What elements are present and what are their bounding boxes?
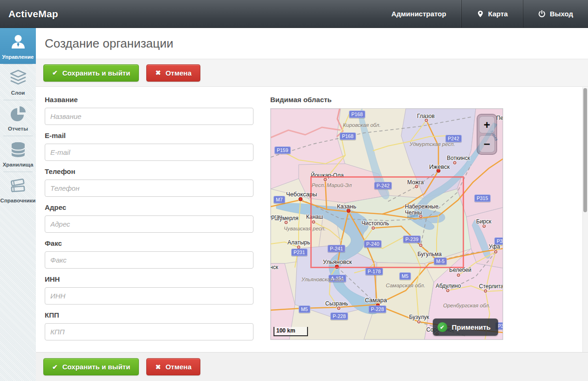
map-city-label: Бирск	[476, 219, 492, 225]
map-road-label: М5	[299, 305, 310, 313]
cancel-button[interactable]: ✖ Отмена	[146, 64, 200, 82]
pie-chart-icon	[9, 104, 27, 123]
check-icon: ✔	[52, 69, 58, 76]
map-city-dot	[484, 290, 487, 293]
cancel-label: Отмена	[165, 69, 191, 77]
email-field[interactable]	[45, 144, 253, 161]
content-scrollbar-thumb[interactable]	[583, 88, 587, 212]
map-selection-rectangle[interactable]	[310, 176, 464, 268]
sidebar-item-reports[interactable]: Отчеты	[0, 100, 36, 136]
title-bar: Создание организации	[36, 28, 588, 59]
visible-area-section: Видимая область	[270, 96, 503, 340]
inn-field-label: ИНН	[45, 275, 253, 283]
map-road-label: P168	[340, 132, 356, 140]
zoom-in-button[interactable]: +	[479, 116, 495, 133]
map-pin-icon	[477, 10, 484, 18]
header-logout[interactable]: Выход	[523, 0, 588, 28]
map-city-dot	[483, 225, 486, 228]
map-scale-bar: 100 km	[273, 327, 308, 336]
header-map-link[interactable]: Карта	[461, 0, 523, 28]
map-city-label: Сызрань	[325, 301, 348, 307]
name-field-label: Название	[45, 96, 253, 104]
address-field-label: Адрес	[45, 203, 253, 211]
main-panel: Создание организации ✔ Сохранить и выйти…	[36, 28, 588, 381]
zoom-out-button[interactable]: −	[479, 135, 495, 152]
cancel-button-bottom[interactable]: ✖ Отмена	[146, 358, 200, 375]
map-city-label: Пе	[496, 115, 503, 121]
check-icon: ✔	[52, 363, 58, 371]
map-road-label: P168	[349, 111, 365, 118]
sidebar-item-storages[interactable]: Хранилища	[0, 136, 36, 172]
sidebar-item-directories[interactable]: Справочники	[0, 172, 36, 208]
map-region-label: Оренбургская обл.	[443, 303, 490, 308]
close-icon: ✖	[155, 69, 161, 76]
map-city-label: Стерлита	[479, 284, 503, 290]
map-road-label: P-178	[365, 268, 383, 275]
map-road-label: P-228	[330, 312, 348, 320]
header-logout-label: Выход	[550, 10, 573, 18]
sidebar-nav: Управление Слои Отчеты Хранилища	[0, 28, 36, 381]
sidebar-item-label: Отчеты	[8, 126, 28, 132]
map-road-label: М5	[399, 272, 411, 280]
sidebar-item-label: Слои	[11, 90, 25, 96]
map-region-label: Самарская обл.	[386, 283, 425, 288]
header-menu: Администратор Карта Выход	[376, 0, 588, 28]
address-field[interactable]	[45, 215, 253, 233]
map-city-label: Алатырь	[287, 240, 310, 246]
close-icon: ✖	[155, 363, 161, 371]
check-circle-icon: ✔	[438, 322, 447, 332]
map-zoom-control: + −	[477, 114, 497, 155]
database-icon	[9, 140, 27, 159]
top-header: ActiveMap Администратор Карта Выход	[0, 0, 588, 28]
page-title: Создание организации	[45, 36, 173, 51]
header-user[interactable]: Администратор	[376, 0, 461, 28]
map-road-label: P159	[274, 146, 291, 154]
map-road-label: P-228	[369, 305, 386, 313]
books-icon	[9, 176, 27, 195]
inn-field[interactable]	[45, 287, 253, 305]
sidebar-item-layers[interactable]: Слои	[0, 64, 36, 100]
map-canvas[interactable]: ГлазовПеВоткинскИжевскМожгаЙошкар-ОлаЧеб…	[270, 108, 503, 340]
map-city-label: Глазов	[417, 113, 435, 119]
map-city-label: Самара	[365, 297, 387, 304]
fax-field[interactable]	[45, 251, 253, 269]
map-city-label: нск	[270, 264, 278, 270]
map-road-label: P315	[474, 194, 491, 202]
organization-form: Название E-mail Телефон Адрес Факс ИНН	[45, 96, 253, 347]
map-city-dot	[457, 274, 460, 277]
sidebar-item-management[interactable]: Управление	[0, 28, 36, 64]
top-toolbar: ✔ Сохранить и выйти ✖ Отмена	[36, 59, 588, 87]
sidebar-item-label: Справочники	[0, 198, 36, 203]
map-city-label: Абдулино	[436, 283, 461, 289]
save-exit-label: Сохранить и выйти	[62, 363, 130, 371]
header-user-label: Администратор	[391, 10, 446, 18]
content-scrollbar-track[interactable]	[582, 87, 588, 352]
email-field-label: E-mail	[45, 132, 253, 139]
map-city-label: Бузулук	[409, 314, 429, 320]
save-exit-button-bottom[interactable]: ✔ Сохранить и выйти	[43, 358, 139, 375]
visible-area-label: Видимая область	[270, 96, 503, 104]
map-city-dot	[337, 307, 341, 310]
kpp-field-label: КПП	[45, 311, 253, 319]
save-exit-button[interactable]: ✔ Сохранить и выйти	[43, 64, 139, 82]
header-map-label: Карта	[488, 10, 508, 18]
map-city-dot	[494, 250, 498, 254]
apply-button[interactable]: ✔ Применить	[433, 319, 498, 336]
sidebar-item-label: Хранилища	[3, 162, 34, 167]
name-field[interactable]	[45, 108, 253, 125]
phone-field[interactable]	[45, 180, 253, 197]
map-road-label: М7	[273, 196, 285, 203]
map-region-label: Ульяновская обл.	[301, 277, 345, 282]
map-city-label: Воткинск	[447, 155, 470, 161]
apply-label: Применить	[452, 323, 491, 331]
map-region-label: Кировская обл.	[343, 122, 381, 128]
bottom-toolbar: ✔ Сохранить и выйти ✖ Отмена	[36, 352, 588, 381]
map-road-label: P315	[494, 237, 503, 245]
power-icon	[538, 10, 546, 18]
map-road-label: P231	[291, 249, 308, 256]
form-content: Название E-mail Телефон Адрес Факс ИНН	[36, 87, 588, 352]
kpp-field[interactable]	[45, 323, 253, 340]
map-city-label: Ижевск	[429, 164, 450, 170]
user-icon	[9, 33, 27, 51]
map-city-dot	[417, 320, 421, 324]
